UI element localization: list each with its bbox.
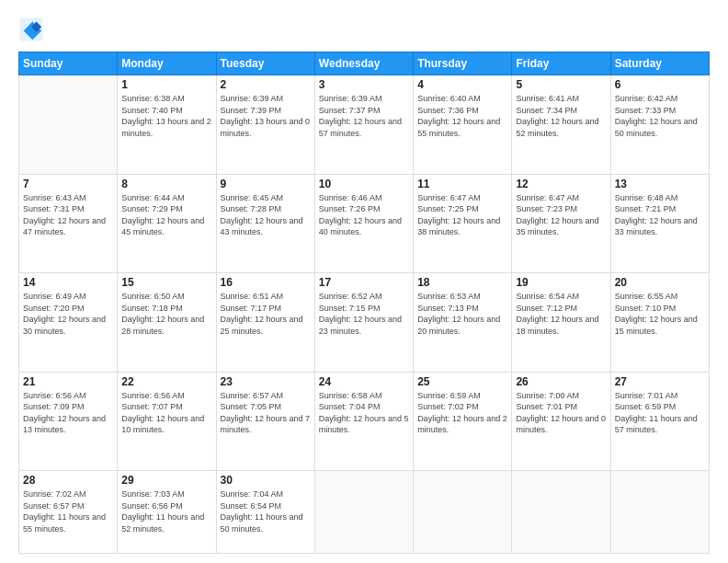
day-cell: 25Sunrise: 6:59 AMSunset: 7:02 PMDayligh… bbox=[414, 372, 512, 471]
day-header-thursday: Thursday bbox=[414, 52, 512, 75]
day-cell: 12Sunrise: 6:47 AMSunset: 7:23 PMDayligh… bbox=[512, 174, 610, 273]
day-cell bbox=[610, 471, 709, 554]
day-number: 17 bbox=[319, 276, 409, 289]
day-cell: 27Sunrise: 7:01 AMSunset: 6:59 PMDayligh… bbox=[610, 372, 709, 471]
week-row-1: 7Sunrise: 6:43 AMSunset: 7:31 PMDaylight… bbox=[19, 174, 710, 273]
day-number: 14 bbox=[23, 276, 113, 289]
day-cell: 11Sunrise: 6:47 AMSunset: 7:25 PMDayligh… bbox=[414, 174, 512, 273]
day-number: 15 bbox=[121, 276, 211, 289]
day-cell: 18Sunrise: 6:53 AMSunset: 7:13 PMDayligh… bbox=[414, 273, 512, 373]
day-info: Sunrise: 6:39 AMSunset: 7:37 PMDaylight:… bbox=[319, 93, 409, 139]
day-cell: 10Sunrise: 6:46 AMSunset: 7:26 PMDayligh… bbox=[314, 174, 413, 273]
day-number: 1 bbox=[121, 78, 211, 91]
day-number: 5 bbox=[516, 78, 606, 91]
day-number: 25 bbox=[417, 375, 507, 388]
day-number: 4 bbox=[417, 78, 507, 91]
day-cell: 14Sunrise: 6:49 AMSunset: 7:20 PMDayligh… bbox=[19, 273, 118, 373]
logo-icon bbox=[18, 17, 44, 42]
week-row-3: 21Sunrise: 6:56 AMSunset: 7:09 PMDayligh… bbox=[19, 372, 710, 471]
day-number: 22 bbox=[121, 375, 211, 388]
day-info: Sunrise: 7:03 AMSunset: 6:56 PMDaylight:… bbox=[121, 488, 211, 534]
day-info: Sunrise: 7:04 AMSunset: 6:54 PMDaylight:… bbox=[221, 488, 311, 534]
day-header-monday: Monday bbox=[118, 52, 216, 75]
day-cell bbox=[414, 471, 512, 554]
day-number: 21 bbox=[23, 375, 113, 388]
day-cell: 13Sunrise: 6:48 AMSunset: 7:21 PMDayligh… bbox=[610, 174, 709, 273]
day-number: 6 bbox=[615, 78, 705, 91]
day-number: 20 bbox=[615, 276, 705, 289]
day-number: 29 bbox=[121, 474, 211, 487]
week-row-2: 14Sunrise: 6:49 AMSunset: 7:20 PMDayligh… bbox=[19, 273, 710, 373]
day-info: Sunrise: 6:51 AMSunset: 7:17 PMDaylight:… bbox=[221, 291, 311, 337]
day-info: Sunrise: 6:59 AMSunset: 7:02 PMDaylight:… bbox=[417, 390, 507, 436]
day-number: 2 bbox=[221, 78, 311, 91]
day-header-row: SundayMondayTuesdayWednesdayThursdayFrid… bbox=[19, 52, 710, 75]
day-number: 13 bbox=[615, 178, 705, 190]
day-cell: 5Sunrise: 6:41 AMSunset: 7:34 PMDaylight… bbox=[512, 75, 610, 175]
day-cell: 16Sunrise: 6:51 AMSunset: 7:17 PMDayligh… bbox=[216, 273, 314, 373]
day-info: Sunrise: 6:55 AMSunset: 7:10 PMDaylight:… bbox=[615, 291, 705, 337]
day-info: Sunrise: 6:47 AMSunset: 7:25 PMDaylight:… bbox=[417, 192, 507, 238]
day-header-wednesday: Wednesday bbox=[314, 52, 413, 75]
day-info: Sunrise: 6:45 AMSunset: 7:28 PMDaylight:… bbox=[221, 192, 311, 238]
day-number: 7 bbox=[23, 178, 113, 190]
day-number: 24 bbox=[319, 375, 409, 388]
week-row-0: 1Sunrise: 6:38 AMSunset: 7:40 PMDaylight… bbox=[19, 75, 710, 175]
day-cell: 8Sunrise: 6:44 AMSunset: 7:29 PMDaylight… bbox=[118, 174, 216, 273]
day-info: Sunrise: 6:54 AMSunset: 7:12 PMDaylight:… bbox=[516, 291, 606, 337]
day-cell: 19Sunrise: 6:54 AMSunset: 7:12 PMDayligh… bbox=[512, 273, 610, 373]
day-cell bbox=[314, 471, 413, 554]
day-info: Sunrise: 6:40 AMSunset: 7:36 PMDaylight:… bbox=[417, 93, 507, 139]
day-cell: 24Sunrise: 6:58 AMSunset: 7:04 PMDayligh… bbox=[314, 372, 413, 471]
day-number: 12 bbox=[516, 178, 606, 190]
day-cell: 28Sunrise: 7:02 AMSunset: 6:57 PMDayligh… bbox=[19, 471, 118, 554]
day-number: 18 bbox=[417, 276, 507, 289]
page: SundayMondayTuesdayWednesdayThursdayFrid… bbox=[0, 0, 728, 563]
day-number: 26 bbox=[516, 375, 606, 388]
day-info: Sunrise: 6:39 AMSunset: 7:39 PMDaylight:… bbox=[221, 93, 311, 139]
day-info: Sunrise: 6:38 AMSunset: 7:40 PMDaylight:… bbox=[121, 93, 211, 139]
day-info: Sunrise: 6:41 AMSunset: 7:34 PMDaylight:… bbox=[516, 93, 606, 139]
day-info: Sunrise: 6:43 AMSunset: 7:31 PMDaylight:… bbox=[23, 192, 113, 238]
day-header-sunday: Sunday bbox=[19, 52, 118, 75]
day-cell: 4Sunrise: 6:40 AMSunset: 7:36 PMDaylight… bbox=[414, 75, 512, 175]
day-number: 9 bbox=[221, 178, 311, 190]
day-info: Sunrise: 7:02 AMSunset: 6:57 PMDaylight:… bbox=[23, 488, 113, 534]
day-cell: 17Sunrise: 6:52 AMSunset: 7:15 PMDayligh… bbox=[314, 273, 413, 373]
day-info: Sunrise: 6:48 AMSunset: 7:21 PMDaylight:… bbox=[615, 192, 705, 238]
day-cell bbox=[19, 75, 118, 175]
header bbox=[18, 17, 710, 42]
day-number: 27 bbox=[615, 375, 705, 388]
day-cell: 22Sunrise: 6:56 AMSunset: 7:07 PMDayligh… bbox=[118, 372, 216, 471]
day-cell: 6Sunrise: 6:42 AMSunset: 7:33 PMDaylight… bbox=[610, 75, 709, 175]
day-info: Sunrise: 6:56 AMSunset: 7:07 PMDaylight:… bbox=[121, 390, 211, 436]
day-info: Sunrise: 7:01 AMSunset: 6:59 PMDaylight:… bbox=[615, 390, 705, 436]
day-info: Sunrise: 6:57 AMSunset: 7:05 PMDaylight:… bbox=[221, 390, 311, 436]
day-info: Sunrise: 6:47 AMSunset: 7:23 PMDaylight:… bbox=[516, 192, 606, 238]
day-number: 3 bbox=[319, 78, 409, 91]
day-cell: 21Sunrise: 6:56 AMSunset: 7:09 PMDayligh… bbox=[19, 372, 118, 471]
calendar: SundayMondayTuesdayWednesdayThursdayFrid… bbox=[18, 52, 710, 554]
day-number: 11 bbox=[417, 178, 507, 190]
day-number: 10 bbox=[319, 178, 409, 190]
day-info: Sunrise: 6:58 AMSunset: 7:04 PMDaylight:… bbox=[319, 390, 409, 436]
day-cell: 1Sunrise: 6:38 AMSunset: 7:40 PMDaylight… bbox=[118, 75, 216, 175]
day-number: 28 bbox=[23, 474, 113, 487]
day-info: Sunrise: 6:53 AMSunset: 7:13 PMDaylight:… bbox=[417, 291, 507, 337]
day-number: 8 bbox=[121, 178, 211, 190]
day-info: Sunrise: 6:46 AMSunset: 7:26 PMDaylight:… bbox=[319, 192, 409, 238]
day-cell: 9Sunrise: 6:45 AMSunset: 7:28 PMDaylight… bbox=[216, 174, 314, 273]
day-cell: 7Sunrise: 6:43 AMSunset: 7:31 PMDaylight… bbox=[19, 174, 118, 273]
week-row-4: 28Sunrise: 7:02 AMSunset: 6:57 PMDayligh… bbox=[19, 471, 710, 554]
day-info: Sunrise: 6:49 AMSunset: 7:20 PMDaylight:… bbox=[23, 291, 113, 337]
day-header-tuesday: Tuesday bbox=[216, 52, 314, 75]
day-cell: 15Sunrise: 6:50 AMSunset: 7:18 PMDayligh… bbox=[118, 273, 216, 373]
day-cell: 23Sunrise: 6:57 AMSunset: 7:05 PMDayligh… bbox=[216, 372, 314, 471]
day-cell bbox=[512, 471, 610, 554]
day-cell: 26Sunrise: 7:00 AMSunset: 7:01 PMDayligh… bbox=[512, 372, 610, 471]
day-header-friday: Friday bbox=[512, 52, 610, 75]
logo bbox=[18, 17, 48, 42]
day-number: 30 bbox=[221, 474, 311, 487]
day-cell: 20Sunrise: 6:55 AMSunset: 7:10 PMDayligh… bbox=[610, 273, 709, 373]
day-cell: 3Sunrise: 6:39 AMSunset: 7:37 PMDaylight… bbox=[314, 75, 413, 175]
